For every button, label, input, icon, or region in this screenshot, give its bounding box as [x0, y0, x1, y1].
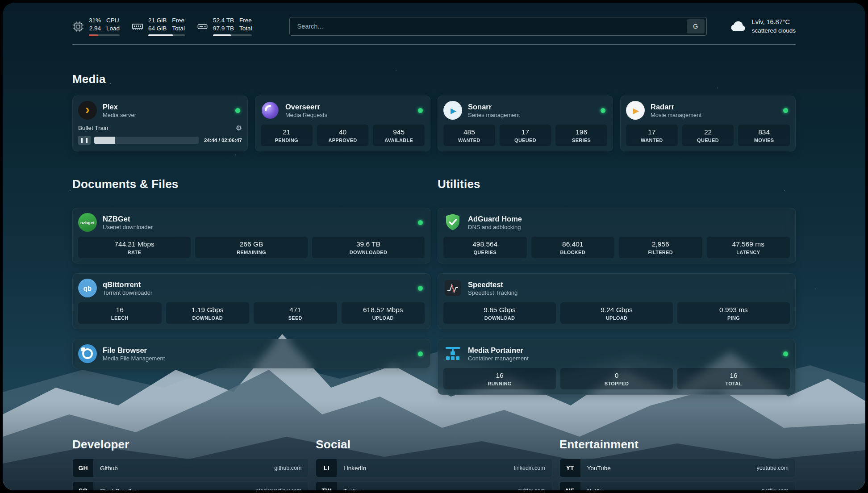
bookmark-abbr: SO — [73, 482, 93, 490]
bookmark-abbr: TW — [316, 482, 337, 490]
playback-progress-bar[interactable] — [94, 137, 199, 144]
bookmark-name: Twitter — [337, 488, 361, 490]
status-dot — [601, 108, 605, 113]
bookmark-url: netflix.com — [762, 488, 795, 490]
stat-label: REMAINING — [197, 250, 306, 255]
stat-value: 1.19 Gbps — [168, 306, 248, 314]
stat-label: BLOCKED — [533, 250, 613, 255]
service-card-overseerr[interactable]: Overseerr Media Requests 21 PENDING 40 A… — [255, 96, 430, 151]
nzbget-stat-downloaded: 39.6 TB DOWNLOADED — [312, 237, 425, 258]
bookmark-github[interactable]: GH Github github.com — [72, 459, 309, 477]
service-card-adguard[interactable]: AdGuard Home DNS and adblocking 498,564 … — [438, 208, 796, 263]
disk-usage-bar — [213, 34, 252, 36]
bookmark-group-social: Social LI LinkedIn linkedin.com TW Twitt… — [316, 428, 552, 490]
sonarr-stat-queued: 17 QUEUED — [500, 125, 551, 146]
stat-label: LATENCY — [709, 250, 789, 255]
stat-value: 9.65 Gbps — [445, 306, 554, 314]
stat-value: 86,401 — [533, 240, 613, 248]
stat-label: FILTERED — [621, 250, 701, 255]
overseerr-icon — [261, 101, 280, 120]
section-title-developer: Developer — [72, 438, 309, 451]
adguard-icon — [443, 213, 462, 232]
bookmark-youtube[interactable]: YT YouTube youtube.com — [559, 459, 796, 477]
bookmark-url: stackoverflow.com — [256, 488, 308, 490]
stat-value: 47.569 ms — [709, 240, 789, 248]
service-card-speedtest[interactable]: Speedtest Speedtest Tracking 9.65 Gbps D… — [438, 273, 796, 329]
gear-icon[interactable]: ⚙ — [236, 124, 242, 132]
status-dot — [418, 286, 423, 291]
qbittorrent-stat-download: 1.19 Gbps DOWNLOAD — [166, 302, 250, 324]
status-dot — [418, 108, 423, 113]
cloud-icon — [730, 20, 746, 33]
weather-condition: scattered clouds — [752, 27, 796, 35]
bookmark-name: StackOverflow — [93, 488, 139, 490]
bookmark-stackoverflow[interactable]: SO StackOverflow stackoverflow.com — [72, 481, 309, 490]
radarr-stat-wanted: 17 WANTED — [626, 125, 678, 146]
service-card-portainer[interactable]: Media Portainer Container management 16 … — [438, 339, 796, 395]
stat-label: TOTAL — [679, 381, 788, 386]
stat-label: PING — [679, 315, 788, 321]
cpu-load-value: 2.94 — [89, 25, 101, 33]
search-bar: G — [289, 17, 706, 36]
bookmark-name: Netflix — [580, 488, 604, 490]
sonarr-stat-wanted: 485 WANTED — [443, 125, 495, 146]
ram-icon — [131, 21, 144, 33]
weather-widget: Lviv, 16.87°C scattered clouds — [730, 18, 796, 35]
search-input[interactable] — [289, 17, 706, 36]
sonarr-icon: ▸ — [443, 101, 462, 120]
service-desc: Torrent downloader — [103, 289, 152, 297]
ram-free-label: Free — [172, 17, 185, 25]
cpu-load-label: Load — [106, 25, 120, 33]
stat-label: UPLOAD — [562, 315, 671, 321]
service-card-filebrowser[interactable]: File Browser Media File Management — [72, 339, 430, 368]
service-desc: Movie management — [651, 112, 701, 119]
plex-now-playing: Bullet Train ⚙ 24:44 / 02:06:47 — [78, 124, 242, 145]
stat-label: DOWNLOAD — [168, 315, 248, 321]
stat-value: 22 — [684, 128, 732, 136]
service-name: AdGuard Home — [468, 214, 522, 224]
weather-location-temp: Lviv, 16.87°C — [752, 18, 796, 27]
service-card-nzbget[interactable]: nzbget NZBGet Usenet downloader 744.21 M… — [72, 208, 430, 263]
service-card-qbittorrent[interactable]: qb qBittorrent Torrent downloader 16 LEE… — [72, 273, 430, 329]
bookmark-twitter[interactable]: TW Twitter twitter.com — [316, 481, 552, 490]
stat-value: 21 — [263, 128, 311, 136]
overseerr-stat-approved: 40 APPROVED — [317, 125, 369, 146]
stat-label: DOWNLOADED — [314, 250, 423, 255]
bookmark-name: LinkedIn — [337, 465, 366, 472]
service-desc: Series management — [468, 112, 520, 119]
speedtest-stat-ping: 0.993 ms PING — [677, 302, 790, 324]
pause-button[interactable] — [78, 136, 91, 145]
status-dot — [783, 351, 788, 356]
service-card-radarr[interactable]: ▸ Radarr Movie management 17 WANTED 22 — [620, 96, 796, 151]
service-name: Plex — [103, 102, 136, 112]
service-name: Media Portainer — [468, 346, 529, 355]
bookmark-linkedin[interactable]: LI LinkedIn linkedin.com — [316, 459, 552, 477]
service-card-sonarr[interactable]: ▸ Sonarr Series management 485 WANTED 17 — [438, 96, 613, 151]
bookmark-netflix[interactable]: NF Netflix netflix.com — [559, 481, 796, 490]
section-title-documents: Documents & Files — [72, 177, 430, 191]
bookmark-abbr: YT — [560, 459, 580, 477]
section-title-utilities: Utilities — [438, 177, 796, 191]
dashboard-screen: 31% CPU 2.94 Load — [3, 3, 865, 490]
ram-free-value: 21 GiB — [148, 17, 167, 25]
nzbget-stat-rate: 744.21 Mbps RATE — [78, 237, 191, 258]
stat-label: MOVIES — [740, 138, 788, 143]
service-card-plex[interactable]: › Plex Media server Bullet Train ⚙ — [72, 96, 248, 151]
stat-value: 196 — [557, 128, 605, 136]
bookmark-url: linkedin.com — [514, 465, 551, 471]
service-name: Sonarr — [468, 102, 520, 112]
utilities-column: AdGuard Home DNS and adblocking 498,564 … — [438, 208, 796, 395]
cpu-usage-bar-fill — [89, 34, 98, 36]
portainer-stat-running: 16 RUNNING — [443, 368, 556, 389]
pause-icon — [81, 138, 88, 143]
cpu-usage-bar — [89, 34, 120, 36]
cpu-usage-value: 31% — [89, 17, 101, 25]
section-title-media: Media — [72, 72, 796, 86]
disk-usage-bar-fill — [213, 34, 231, 36]
disk-free-value: 52.4 TB — [213, 17, 234, 25]
section-title-social: Social — [316, 438, 552, 451]
search-engine-button[interactable]: G — [687, 19, 705, 33]
qbittorrent-stat-upload: 618.52 Mbps UPLOAD — [342, 302, 425, 324]
qbittorrent-stat-leech: 16 LEECH — [78, 302, 162, 324]
stat-label: QUEUED — [501, 138, 550, 143]
